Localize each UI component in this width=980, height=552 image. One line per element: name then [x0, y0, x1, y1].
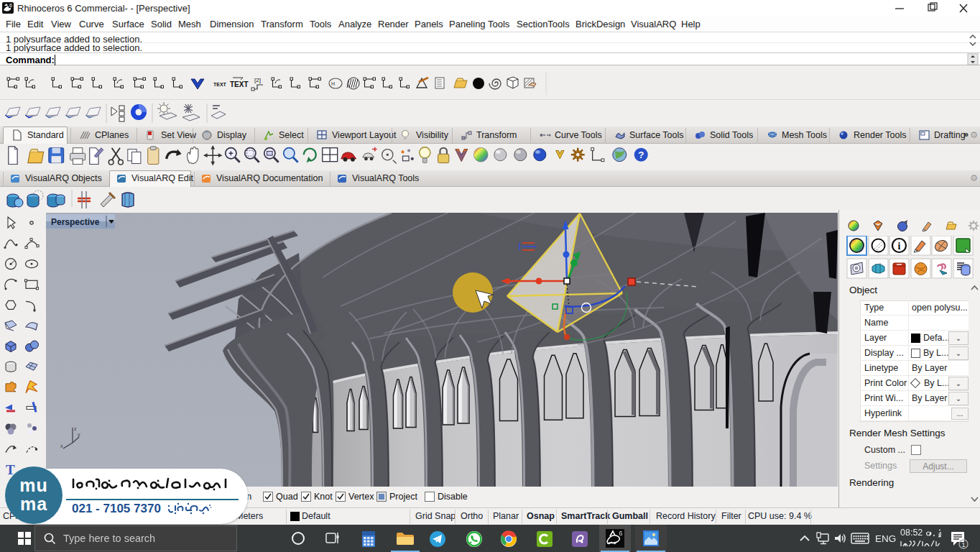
svg-text:Perspective: Perspective	[51, 217, 100, 227]
svg-text:x: x	[60, 443, 63, 448]
svg-text:ENG: ENG	[875, 533, 896, 544]
svg-text:6: 6	[619, 530, 622, 537]
svg-text:6: 6	[9, 3, 12, 8]
svg-text:TEXT: TEXT	[230, 80, 249, 88]
svg-text:mu: mu	[19, 475, 48, 495]
svg-text:08:52: 08:52	[900, 528, 923, 538]
svg-text:H: H	[331, 81, 335, 86]
svg-text:i: i	[898, 241, 901, 252]
svg-text:z: z	[74, 426, 77, 431]
svg-text:[2]: [2]	[254, 77, 261, 83]
svg-text:TEXT: TEXT	[213, 82, 227, 87]
svg-text:Type here to search: Type here to search	[63, 533, 155, 544]
svg-text:y: y	[78, 432, 80, 438]
svg-text:1: 1	[961, 541, 965, 548]
svg-text:ma: ma	[20, 494, 47, 514]
svg-text:?: ?	[638, 150, 644, 160]
